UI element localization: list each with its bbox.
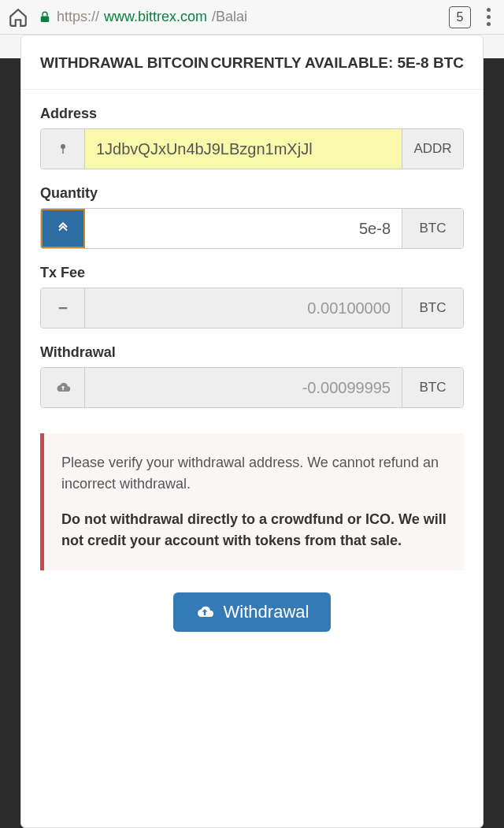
- tab-count-button[interactable]: 5: [449, 6, 471, 28]
- alert-line2: Do not withdrawal directly to a crowdfun…: [61, 509, 447, 551]
- txfee-input: [85, 288, 402, 328]
- quantity-input[interactable]: [85, 209, 402, 248]
- withdrawal-total-addon: BTC: [402, 368, 463, 407]
- svg-rect-2: [62, 148, 64, 154]
- pin-icon: [41, 129, 85, 169]
- cloud-upload-icon: [195, 603, 214, 622]
- url-host: www.bittrex.com: [104, 9, 207, 25]
- svg-rect-0: [41, 16, 50, 22]
- warning-alert: Please verify your withdrawal address. W…: [40, 433, 464, 570]
- tab-count-value: 5: [457, 10, 464, 24]
- withdrawal-button[interactable]: Withdrawal: [173, 592, 332, 632]
- quantity-group: Quantity BTC: [40, 185, 464, 249]
- url-path: /Balai: [212, 9, 247, 25]
- modal-title: WITHDRAWAL BITCOIN: [40, 54, 209, 72]
- quantity-addon: BTC: [402, 209, 463, 248]
- withdrawal-total-label: Withdrawal: [40, 344, 464, 361]
- max-button[interactable]: [41, 209, 85, 248]
- home-icon[interactable]: [8, 7, 28, 28]
- address-label: Address: [40, 106, 464, 122]
- address-group: Address ADDR: [40, 106, 464, 169]
- url-scheme: https://: [57, 9, 99, 25]
- address-input[interactable]: [85, 129, 402, 169]
- quantity-label: Quantity: [40, 185, 464, 202]
- browser-bar: https://www.bittrex.com/Balai 5: [0, 0, 504, 35]
- available-balance: CURRENTLY AVAILABLE: 5E-8 BTC: [210, 54, 464, 72]
- url-bar[interactable]: https://www.bittrex.com/Balai: [38, 9, 439, 25]
- txfee-addon: BTC: [402, 288, 463, 328]
- cloud-upload-icon: [41, 368, 85, 407]
- withdrawal-total-input: [85, 368, 402, 407]
- svg-point-1: [61, 144, 65, 149]
- withdrawal-button-label: Withdrawal: [224, 602, 309, 622]
- address-addon[interactable]: ADDR: [402, 129, 463, 169]
- withdrawal-modal: WITHDRAWAL BITCOIN CURRENTLY AVAILABLE: …: [20, 35, 484, 828]
- txfee-label: Tx Fee: [40, 265, 464, 281]
- withdrawal-total-group: Withdrawal BTC: [40, 344, 464, 408]
- menu-icon[interactable]: [480, 8, 496, 26]
- alert-line1: Please verify your withdrawal address. W…: [61, 452, 447, 495]
- minus-icon: [41, 288, 85, 328]
- txfee-group: Tx Fee BTC: [40, 265, 464, 329]
- lock-icon: [38, 10, 52, 24]
- modal-header: WITHDRAWAL BITCOIN CURRENTLY AVAILABLE: …: [21, 54, 483, 90]
